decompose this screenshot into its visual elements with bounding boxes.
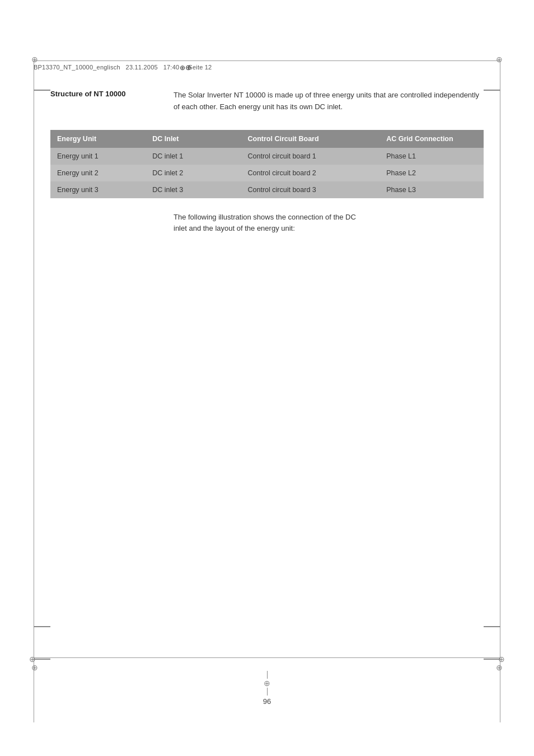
cell-phase-2: Phase L2: [380, 165, 484, 181]
dash-top-left: [34, 90, 50, 91]
page-number: 96: [263, 697, 271, 706]
bottom-center-vert-line2: [267, 688, 268, 696]
below-table-spacer: [50, 212, 162, 235]
cell-energy-unit-1: Energy unit 1: [50, 148, 146, 165]
side-border-left: [34, 60, 34, 722]
content-area: Structure of NT 10000 The Solar Inverter…: [50, 90, 484, 235]
cell-phase-3: Phase L3: [380, 181, 484, 198]
cell-phase-1: Phase L1: [380, 148, 484, 165]
side-border-right: [500, 60, 500, 722]
cell-control-board-3: Control circuit board 3: [241, 181, 380, 198]
section-description: The Solar Inverter NT 10000 is made up o…: [174, 90, 484, 113]
section-title: Structure of NT 10000: [50, 90, 125, 98]
lower-cross-left: ⊕: [29, 655, 36, 664]
lower-border-bottom: [34, 657, 500, 658]
below-table-layout: The following illustration shows the con…: [50, 212, 484, 235]
table-row: Energy unit 3 DC inlet 3 Control circuit…: [50, 181, 484, 198]
below-table-text: The following illustration shows the con…: [174, 212, 364, 235]
page-container: BP13370_NT_10000_englisch 23.11.2005 17:…: [0, 0, 534, 756]
bottom-center-mark: ⊕: [264, 671, 270, 696]
corner-cross-bl: ⊕: [29, 662, 40, 673]
below-table-col: The following illustration shows the con…: [174, 212, 364, 235]
dash-bottom-right: [484, 626, 500, 627]
cell-energy-unit-3: Energy unit 3: [50, 181, 146, 198]
cell-energy-unit-2: Energy unit 2: [50, 165, 146, 181]
cell-control-board-2: Control circuit board 2: [241, 165, 380, 181]
section-layout: Structure of NT 10000 The Solar Inverter…: [50, 90, 484, 113]
dash-bottom-left: [34, 626, 50, 627]
header-page: Seite 12: [188, 64, 212, 71]
section-title-col: Structure of NT 10000: [50, 90, 162, 113]
header-date: 23.11.2005: [126, 64, 158, 71]
cell-dc-inlet-1: DC inlet 1: [146, 148, 241, 165]
section-desc-col: The Solar Inverter NT 10000 is made up o…: [174, 90, 484, 113]
lower-cross-right: ⊕: [498, 655, 505, 664]
cell-control-board-1: Control circuit board 1: [241, 148, 380, 165]
header-spacer1: [120, 64, 126, 71]
col-header-dc-inlet: DC Inlet: [146, 130, 241, 148]
dash-top-right: [484, 90, 500, 91]
corner-cross-tr: ⊕: [494, 54, 505, 65]
lower-dash-left: [34, 659, 50, 660]
bottom-center-vert-line: [267, 671, 268, 679]
header-cross-icon: ⊕: [180, 63, 188, 71]
cell-dc-inlet-2: DC inlet 2: [146, 165, 241, 181]
table-row: Energy unit 1 DC inlet 1 Control circuit…: [50, 148, 484, 165]
corner-cross-br: ⊕: [494, 662, 505, 673]
table-row: Energy unit 2 DC inlet 2 Control circuit…: [50, 165, 484, 181]
energy-table: Energy Unit DC Inlet Control Circuit Boa…: [50, 130, 484, 198]
col-header-control-circuit: Control Circuit Board: [241, 130, 380, 148]
header-time-pre: 17:40: [163, 64, 180, 71]
corner-cross-tl: ⊕: [29, 54, 40, 65]
table-header-row: Energy Unit DC Inlet Control Circuit Boa…: [50, 130, 484, 148]
cell-dc-inlet-3: DC inlet 3: [146, 181, 241, 198]
header-bar: BP13370_NT_10000_englisch 23.11.2005 17:…: [34, 60, 500, 71]
header-filename: BP13370_NT_10000_englisch: [34, 64, 120, 71]
col-header-ac-grid: AC Grid Connection: [380, 130, 484, 148]
col-header-energy-unit: Energy Unit: [50, 130, 146, 148]
bottom-center-cross-icon: ⊕: [264, 679, 270, 688]
header-spacer2: [158, 64, 163, 71]
